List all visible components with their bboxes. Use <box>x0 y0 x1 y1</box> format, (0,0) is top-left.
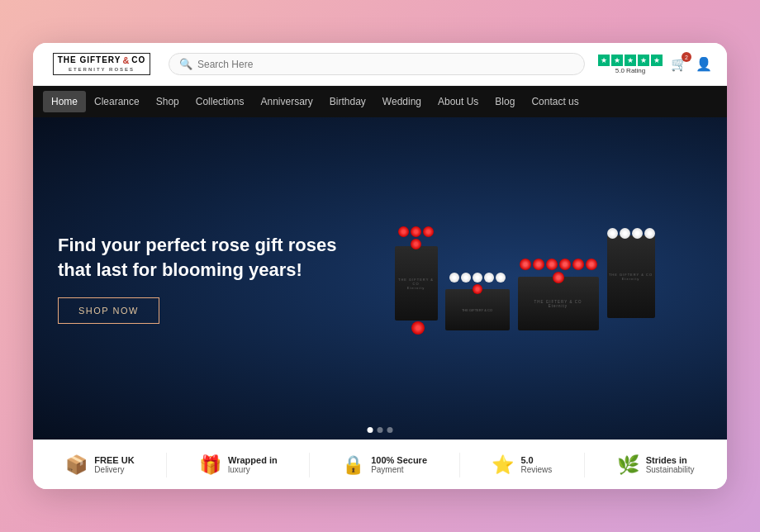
feature-sustainability-label: Strides in <box>646 455 695 465</box>
feature-sustainability-text: Strides in Sustainability <box>646 455 695 474</box>
hero-content: Find your perfect rose gift roses that l… <box>33 117 727 439</box>
feature-reviews-sub: Reviews <box>520 465 552 474</box>
feature-sustainability: 🌿 Strides in Sustainability <box>617 455 695 474</box>
dot-2[interactable] <box>378 427 383 433</box>
reviews-icon: ⭐ <box>492 456 514 474</box>
divider-1 <box>166 453 167 477</box>
nav-item-birthday[interactable]: Birthday <box>321 91 374 112</box>
delivery-icon: 📦 <box>65 456 88 474</box>
logo-and: & <box>122 55 130 66</box>
dot-1[interactable] <box>368 427 373 433</box>
feature-payment-text: 100% Secure Payment <box>371 455 427 474</box>
feature-payment-label: 100% Secure <box>371 455 427 465</box>
trustpilot-stars: ★ ★ ★ ★ ★ <box>598 55 663 66</box>
star-4: ★ <box>638 55 649 66</box>
feature-sustainability-sub: Sustainability <box>646 465 695 474</box>
trustpilot: ★ ★ ★ ★ ★ 5.0 Rating <box>598 55 663 74</box>
feature-delivery-text: FREE UK Delivery <box>94 455 134 474</box>
logo-text: THE GIFTERY & CO ETERNITY ROSES <box>53 53 151 75</box>
star-3: ★ <box>625 55 636 66</box>
feature-luxury-label: Wrapped in <box>228 455 278 465</box>
user-icon[interactable]: 👤 <box>696 56 712 72</box>
logo-giftery: THE GIFTERY <box>58 55 121 65</box>
rose-box-large: THE GIFTERY & COEternity <box>517 259 600 330</box>
hero-text: Find your perfect rose gift roses that l… <box>58 233 348 323</box>
features-strip: 📦 FREE UK Delivery 🎁 Wrapped in luxury 🔒… <box>33 439 727 489</box>
divider-4 <box>584 453 585 477</box>
logo-co: CO <box>131 55 145 65</box>
nav-item-shop[interactable]: Shop <box>148 91 188 112</box>
star-5: ★ <box>651 55 663 66</box>
hero-section: Find your perfect rose gift roses that l… <box>33 117 727 439</box>
accent-rose-1 <box>411 321 425 335</box>
cart-button[interactable]: 🛒 2 <box>671 56 687 72</box>
nav-item-about[interactable]: About Us <box>430 91 487 112</box>
feature-payment: 🔒 100% Secure Payment <box>342 455 427 474</box>
carousel-dots <box>368 427 393 433</box>
feature-luxury-sub: luxury <box>228 465 278 474</box>
browser-frame: THE GIFTERY & CO ETERNITY ROSES 🔍 ★ ★ ★ … <box>33 43 727 489</box>
divider-3 <box>459 453 460 477</box>
rose-box-tall: THE GIFTERY & COEternity <box>395 226 438 321</box>
divider-2 <box>309 453 310 477</box>
feature-luxury: 🎁 Wrapped in luxury <box>199 455 278 474</box>
hero-title: Find your perfect rose gift roses that l… <box>58 233 348 282</box>
search-input[interactable] <box>197 59 574 70</box>
feature-delivery-sub: Delivery <box>94 465 134 474</box>
logo-sub: ETERNITY ROSES <box>69 67 135 73</box>
header-right: ★ ★ ★ ★ ★ 5.0 Rating 🛒 2 👤 <box>598 55 712 74</box>
star-2: ★ <box>611 55 623 66</box>
rose-box-cylinder-right: THE GIFTERY & COEternity <box>606 228 656 318</box>
nav-item-clearance[interactable]: Clearance <box>86 91 148 112</box>
feature-delivery-label: FREE UK <box>94 455 134 465</box>
logo: THE GIFTERY & CO ETERNITY ROSES <box>48 53 155 75</box>
hero-image: THE GIFTERY & COEternity <box>348 226 702 330</box>
nav-item-blog[interactable]: Blog <box>487 91 523 112</box>
nav-item-collections[interactable]: Collections <box>188 91 253 112</box>
nav-item-contact[interactable]: Contact us <box>523 91 587 112</box>
payment-icon: 🔒 <box>342 456 364 474</box>
nav-item-home[interactable]: Home <box>43 91 86 112</box>
dot-3[interactable] <box>387 427 393 433</box>
feature-reviews-label: 5.0 <box>520 455 552 465</box>
header: THE GIFTERY & CO ETERNITY ROSES 🔍 ★ ★ ★ … <box>33 43 727 86</box>
nav-item-wedding[interactable]: Wedding <box>374 91 430 112</box>
feature-delivery: 📦 FREE UK Delivery <box>65 455 134 474</box>
shop-now-button[interactable]: SHOP NOW <box>58 297 159 324</box>
feature-payment-sub: Payment <box>371 465 427 474</box>
feature-reviews-text: 5.0 Reviews <box>520 455 552 474</box>
feature-luxury-text: Wrapped in luxury <box>228 455 278 474</box>
nav-bar: Home Clearance Shop Collections Annivers… <box>33 86 727 117</box>
trustpilot-rating: 5.0 Rating <box>615 67 645 74</box>
cart-badge: 2 <box>682 52 691 62</box>
sustainability-icon: 🌿 <box>617 456 639 474</box>
luxury-icon: 🎁 <box>199 456 221 474</box>
star-1: ★ <box>598 55 610 66</box>
feature-reviews: ⭐ 5.0 Reviews <box>492 455 552 474</box>
search-bar[interactable]: 🔍 <box>169 53 585 75</box>
rose-box-white: THE GIFTERY & CO <box>444 273 511 330</box>
nav-item-anniversary[interactable]: Anniversary <box>252 91 321 112</box>
search-icon: 🔍 <box>179 58 192 70</box>
